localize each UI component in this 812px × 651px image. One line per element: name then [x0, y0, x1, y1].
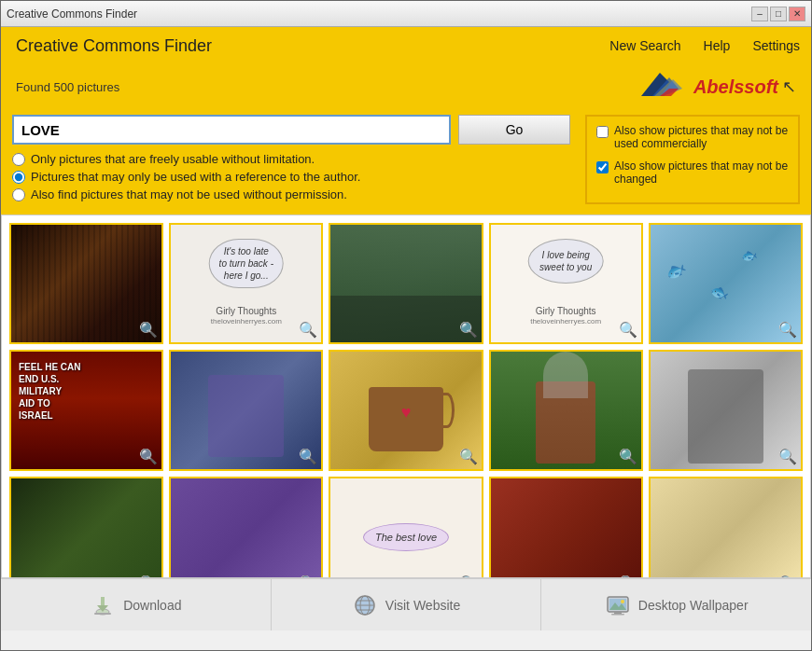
- radio-free-input[interactable]: [12, 153, 25, 166]
- radio-permission-label: Also find pictures that may not be used …: [31, 187, 347, 201]
- svg-rect-14: [611, 614, 624, 616]
- checkbox-commercial-input[interactable]: [596, 126, 609, 138]
- gallery-image-12: [171, 478, 321, 577]
- download-label: Download: [123, 598, 181, 613]
- search-input[interactable]: [12, 115, 451, 145]
- zoom-icon-3[interactable]: 🔍: [459, 321, 478, 339]
- minimize-button[interactable]: –: [751, 7, 768, 21]
- app-window: Creative Commons Finder – □ ✕ Creative C…: [0, 0, 812, 651]
- gallery-item-12[interactable]: 🔍: [169, 477, 323, 577]
- girly-thoughts-label-4: Girly Thoughts: [536, 306, 596, 316]
- status-bar: Found 500 pictures Abelssoft ↖: [1, 64, 811, 107]
- gallery-item-11[interactable]: 🔍: [9, 477, 163, 577]
- gallery-item-5[interactable]: 🐟 🐟 🐟 🔍: [649, 223, 803, 344]
- search-options: Also show pictures that may not be used …: [585, 115, 800, 204]
- gallery-item-14[interactable]: 🔍: [489, 477, 643, 577]
- svg-rect-13: [614, 612, 622, 614]
- visit-website-label: Visit Website: [385, 598, 460, 613]
- radio-reference-input[interactable]: [12, 171, 25, 184]
- zoom-icon-2[interactable]: 🔍: [299, 321, 317, 339]
- gallery-item-2[interactable]: It's too late to turn back - here I go..…: [169, 223, 323, 344]
- search-left: Go Only pictures that are freely usable …: [12, 115, 570, 205]
- wallpaper-icon: [605, 592, 631, 618]
- gallery-image-14: [491, 478, 641, 577]
- checkbox-commercial-label: Also show pictures that may not be used …: [614, 124, 789, 150]
- title-bar-controls: – □ ✕: [751, 7, 805, 21]
- zoom-icon-12[interactable]: 🔍: [299, 575, 317, 577]
- thought-bubble-4: I love being sweet to you: [528, 239, 604, 284]
- desktop-wallpaper-label: Desktop Wallpaper: [638, 598, 749, 613]
- gallery-item-7[interactable]: 🔍: [169, 350, 323, 471]
- download-icon: [90, 592, 116, 618]
- gallery-image-11: [11, 478, 161, 577]
- title-bar-title: Creative Commons Finder: [7, 7, 137, 21]
- bottom-toolbar: Download Visit Website: [1, 578, 811, 630]
- girly-thoughts-sub-4: theloveinherryes.com: [530, 317, 601, 326]
- svg-rect-3: [94, 613, 111, 615]
- zoom-icon-10[interactable]: 🔍: [778, 448, 797, 465]
- gallery-item-13[interactable]: The best love 🔍: [329, 477, 483, 577]
- radio-permission-input[interactable]: [12, 188, 25, 201]
- zoom-icon-1[interactable]: 🔍: [139, 321, 158, 339]
- help-menu[interactable]: Help: [704, 38, 731, 53]
- radio-free-label: Only pictures that are freely usable wit…: [31, 152, 315, 166]
- go-button[interactable]: Go: [458, 115, 570, 145]
- radio-reference-label: Pictures that may only be used with a re…: [31, 170, 360, 184]
- logo-area: Abelssoft ↖: [634, 68, 796, 105]
- girly-thoughts-label-2: Girly Thoughts: [216, 306, 276, 316]
- download-button[interactable]: Download: [1, 579, 272, 630]
- logo-icon: [634, 68, 690, 105]
- gallery-item-9[interactable]: 🔍: [489, 350, 643, 471]
- status-text: Found 500 pictures: [16, 80, 119, 94]
- gallery-item-6[interactable]: FEEL HE CANEND U.S.MILITARYAID TOISRAEL …: [9, 350, 163, 471]
- desktop-wallpaper-button[interactable]: Desktop Wallpaper: [541, 579, 811, 630]
- menu-items: New Search Help Settings: [609, 38, 800, 53]
- gallery-item-3[interactable]: 🔍: [329, 223, 483, 344]
- visit-website-button[interactable]: Visit Website: [272, 579, 542, 630]
- close-button[interactable]: ✕: [789, 7, 805, 21]
- gallery-item-8[interactable]: ♥ 🔍: [329, 350, 483, 471]
- zoom-icon-11[interactable]: 🔍: [139, 575, 158, 577]
- zoom-icon-15[interactable]: 🔍: [778, 575, 797, 577]
- zoom-icon-9[interactable]: 🔍: [619, 448, 637, 465]
- checkbox-commercial[interactable]: Also show pictures that may not be used …: [596, 124, 789, 150]
- radio-free[interactable]: Only pictures that are freely usable wit…: [12, 152, 570, 166]
- checkbox-changed-input[interactable]: [596, 161, 609, 173]
- menu-bar: Creative Commons Finder New Search Help …: [1, 27, 811, 64]
- gallery-item-15[interactable]: 🔍: [649, 477, 803, 577]
- zoom-icon-8[interactable]: 🔍: [459, 448, 478, 465]
- logo-text: Abelssoft: [693, 76, 778, 98]
- gallery-image-13: The best love: [330, 478, 481, 577]
- zoom-icon-6[interactable]: 🔍: [139, 448, 158, 465]
- checkbox-changed[interactable]: Also show pictures that may not be chang…: [596, 159, 789, 186]
- zoom-icon-14[interactable]: 🔍: [619, 575, 637, 577]
- gallery-wrapper: 🔍 It's too late to turn back - here I go…: [1, 215, 811, 578]
- obama-poster-text: FEEL HE CANEND U.S.MILITARYAID TOISRAEL: [19, 361, 81, 422]
- zoom-icon-5[interactable]: 🔍: [778, 321, 797, 339]
- gallery-item-4[interactable]: I love being sweet to you Girly Thoughts…: [489, 223, 643, 344]
- zoom-icon-13[interactable]: 🔍: [459, 575, 478, 577]
- svg-point-12: [621, 600, 624, 603]
- gallery-item-10[interactable]: 🔍: [649, 350, 803, 471]
- new-search-menu[interactable]: New Search: [609, 38, 680, 53]
- girly-thoughts-sub-2: theloveinherryes.com: [211, 317, 282, 326]
- radio-reference[interactable]: Pictures that may only be used with a re…: [12, 170, 570, 184]
- best-love-bubble: The best love: [363, 523, 449, 551]
- gallery-item-1[interactable]: 🔍: [9, 223, 163, 344]
- zoom-icon-7[interactable]: 🔍: [299, 448, 317, 465]
- gallery-image-15: [651, 478, 801, 577]
- title-bar: Creative Commons Finder – □ ✕: [1, 1, 811, 27]
- radio-permission[interactable]: Also find pictures that may not be used …: [12, 187, 570, 201]
- globe-icon: [352, 592, 378, 618]
- app-title: Creative Commons Finder: [16, 36, 212, 56]
- search-panel: Go Only pictures that are freely usable …: [1, 107, 811, 215]
- gallery-scroll[interactable]: 🔍 It's too late to turn back - here I go…: [2, 215, 810, 577]
- thought-bubble-2: It's too late to turn back - here I go..…: [208, 239, 284, 288]
- checkbox-changed-label: Also show pictures that may not be chang…: [614, 159, 789, 186]
- maximize-button[interactable]: □: [770, 7, 787, 21]
- settings-menu[interactable]: Settings: [752, 38, 800, 53]
- cursor-icon: ↖: [782, 76, 796, 97]
- zoom-icon-4[interactable]: 🔍: [619, 321, 637, 339]
